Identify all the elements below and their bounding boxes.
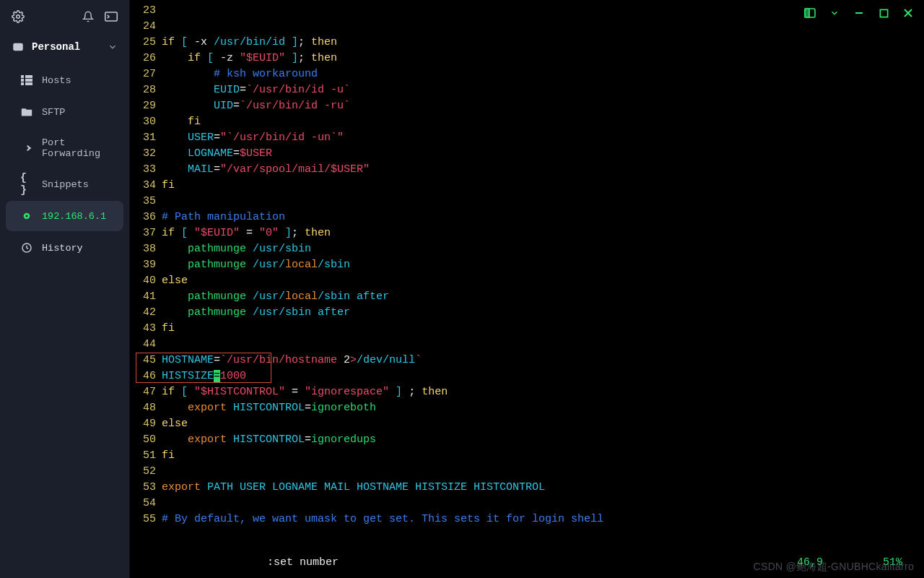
- clock-icon: [20, 241, 33, 254]
- line-number: 46: [130, 368, 162, 384]
- code-line: 42 pathmunge /usr/sbin after: [130, 305, 924, 321]
- code-line: 26 if [ -z "$EUID" ]; then: [130, 51, 924, 66]
- bell-icon[interactable]: [82, 10, 95, 23]
- line-number: 39: [130, 257, 162, 273]
- sidebar-item-label: SFTP: [42, 107, 65, 118]
- code-text: # Path manipulation: [162, 210, 285, 225]
- code-text: if [ "$HISTCONTROL" = "ignorespace" ] ; …: [162, 384, 448, 400]
- minimize-icon[interactable]: [853, 7, 865, 19]
- code-line: 33 MAIL="/var/spool/mail/$USER": [130, 162, 924, 178]
- sidebar-item-hosts[interactable]: Hosts: [6, 65, 123, 95]
- line-number: 45: [130, 353, 162, 368]
- workspace-selector[interactable]: Personal: [0, 30, 129, 64]
- close-icon[interactable]: [902, 7, 914, 19]
- code-line: 54: [130, 496, 924, 512]
- editor[interactable]: 232425if [ -x /usr/bin/id ]; then26 if […: [130, 0, 924, 578]
- line-number: 41: [130, 289, 162, 305]
- code-line: 45HOSTNAME=`/usr/bin/hostname 2>/dev/nul…: [130, 353, 924, 368]
- sidebar-item-sftp[interactable]: SFTP: [6, 97, 123, 127]
- line-number: 24: [130, 19, 162, 35]
- workspace-name: Personal: [32, 41, 80, 53]
- code-text: pathmunge /usr/local/sbin: [162, 257, 350, 273]
- code-text: else: [162, 273, 188, 289]
- line-number: 25: [130, 35, 162, 51]
- code-text: fi: [162, 114, 201, 130]
- code-line: 24: [130, 19, 924, 35]
- code-line: 37if [ "$EUID" = "0" ]; then: [130, 225, 924, 241]
- sidebar-top: [0, 0, 129, 30]
- code-line: 27 # ksh workaround: [130, 66, 924, 82]
- code-text: UID=`/usr/bin/id -ru`: [162, 98, 350, 114]
- code-line: 34fi: [130, 178, 924, 194]
- line-number: 44: [130, 337, 162, 353]
- line-number: 32: [130, 146, 162, 162]
- panel-icon[interactable]: [804, 7, 816, 19]
- sidebar-item-192-168-6-1[interactable]: 192.168.6.1: [6, 201, 123, 231]
- line-number: 31: [130, 130, 162, 146]
- chevron-down-icon[interactable]: [829, 7, 840, 19]
- line-number: 36: [130, 210, 162, 225]
- code-line: 41 pathmunge /usr/local/sbin after: [130, 289, 924, 305]
- chevron-down-icon: [108, 42, 118, 52]
- svg-rect-18: [880, 9, 887, 17]
- sidebar-item-snippets[interactable]: { }Snippets: [6, 169, 123, 199]
- svg-point-0: [17, 15, 20, 19]
- code-line: 30 fi: [130, 114, 924, 130]
- line-number: 28: [130, 82, 162, 98]
- line-number: 42: [130, 305, 162, 321]
- code-line: 29 UID=`/usr/bin/id -ru`: [130, 98, 924, 114]
- code-line: 49else: [130, 416, 924, 432]
- code-line: 39 pathmunge /usr/local/sbin: [130, 257, 924, 273]
- terminal-icon[interactable]: [105, 10, 118, 23]
- line-number: 55: [130, 512, 162, 527]
- code-line: 50 export HISTCONTROL=ignoredups: [130, 432, 924, 448]
- line-number: 47: [130, 384, 162, 400]
- code-line: 46HISTSIZE=1000: [130, 368, 924, 384]
- code-line: 53export PATH USER LOGNAME MAIL HOSTNAME…: [130, 480, 924, 496]
- svg-rect-7: [21, 82, 24, 85]
- code-line: 52: [130, 464, 924, 480]
- sidebar-item-history[interactable]: History: [6, 233, 123, 263]
- braces-icon: { }: [20, 178, 33, 191]
- code-line: 28 EUID=`/usr/bin/id -u`: [130, 82, 924, 98]
- line-number: 51: [130, 448, 162, 464]
- code-text: MAIL="/var/spool/mail/$USER": [162, 162, 370, 178]
- svg-point-12: [25, 215, 27, 217]
- code-text: USER="`/usr/bin/id -un`": [162, 130, 344, 146]
- code-text: HISTSIZE=1000: [162, 368, 246, 384]
- code-body[interactable]: 232425if [ -x /usr/bin/id ]; then26 if […: [130, 3, 924, 527]
- code-text: fi: [162, 178, 175, 194]
- svg-rect-3: [21, 75, 24, 78]
- svg-rect-2: [13, 43, 23, 51]
- settings-icon[interactable]: [12, 10, 25, 23]
- code-text: export HISTCONTROL=ignoredups: [162, 432, 376, 448]
- line-number: 27: [130, 66, 162, 82]
- line-number: 33: [130, 162, 162, 178]
- code-line: 25if [ -x /usr/bin/id ]; then: [130, 35, 924, 51]
- line-number: 26: [130, 51, 162, 66]
- code-line: 43fi: [130, 321, 924, 337]
- line-number: 34: [130, 178, 162, 194]
- code-line: 35: [130, 194, 924, 210]
- window-controls: [804, 7, 914, 19]
- line-number: 37: [130, 225, 162, 241]
- line-number: 35: [130, 194, 162, 210]
- sidebar-item-port-forwarding[interactable]: Port Forwarding: [6, 129, 123, 168]
- sidebar-item-label: 192.168.6.1: [42, 211, 106, 222]
- line-number: 49: [130, 416, 162, 432]
- line-number: 38: [130, 241, 162, 257]
- status-command: :set number: [267, 555, 339, 571]
- line-number: 48: [130, 400, 162, 416]
- code-text: LOGNAME=$USER: [162, 146, 272, 162]
- sidebar-item-label: Snippets: [42, 179, 89, 190]
- maximize-icon[interactable]: [878, 7, 889, 19]
- svg-rect-4: [25, 75, 32, 78]
- grid-icon: [20, 74, 33, 87]
- watermark: CSDN @鲍海超-GNUBHCkalitarro: [754, 561, 914, 574]
- gear-green-icon: [20, 210, 33, 223]
- line-number: 23: [130, 3, 162, 19]
- code-text: if [ -z "$EUID" ]; then: [162, 51, 337, 66]
- code-text: pathmunge /usr/sbin: [162, 241, 311, 257]
- workspace-icon: [12, 40, 25, 53]
- sidebar: Personal HostsSFTPPort Forwarding{ }Snip…: [0, 0, 130, 578]
